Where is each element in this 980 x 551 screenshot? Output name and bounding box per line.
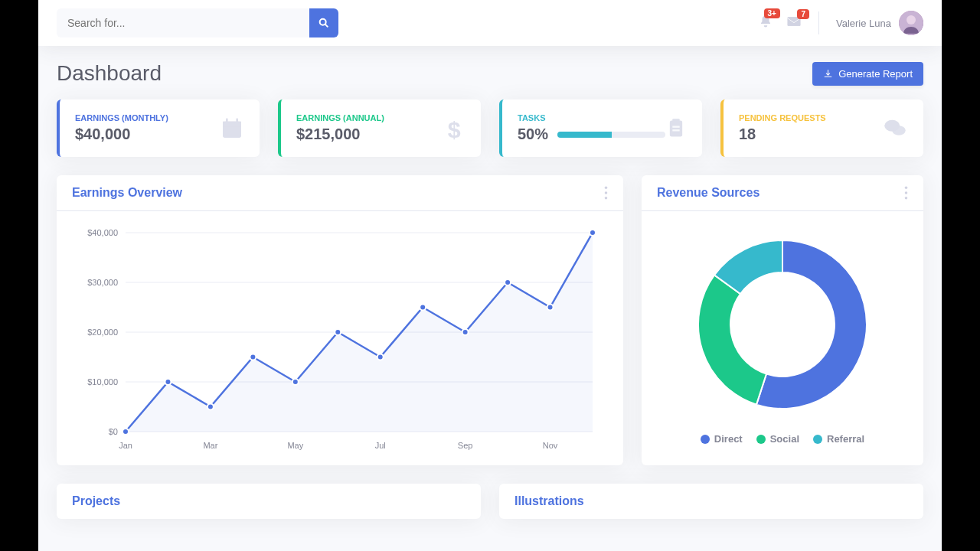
svg-point-48 [905,191,908,194]
revenue-sources-panel: Revenue Sources Direct Social Referral [642,175,923,465]
user-menu[interactable]: Valerie Luna [836,11,923,35]
svg-point-40 [590,230,596,236]
earnings-panel-menu[interactable] [604,186,608,200]
topbar: 3+ 7 Valerie Luna [38,0,942,46]
svg-rect-11 [672,119,679,122]
svg-point-36 [420,305,426,311]
svg-text:Jan: Jan [119,441,132,450]
svg-point-15 [892,126,906,135]
stat-label: Tasks [518,113,665,122]
generate-report-label: Generate Report [838,68,913,80]
generate-report-button[interactable]: Generate Report [812,62,923,86]
revenue-legend: Direct Social Referral [657,433,908,445]
revenue-donut-chart [683,225,882,424]
topbar-divider [818,11,819,34]
stat-label: Earnings (Monthly) [75,113,168,122]
left-black-bar [0,0,38,551]
right-black-bar [942,0,980,551]
legend-item-direct: Direct [701,433,743,445]
dots-vertical-icon [604,186,608,200]
username-label: Valerie Luna [836,18,891,29]
stat-card-monthly: Earnings (Monthly) $40,000 [57,99,260,157]
svg-text:$10,000: $10,000 [87,377,118,386]
svg-rect-7 [226,118,228,122]
svg-point-49 [905,197,908,200]
dollar-icon: $ [444,116,466,141]
svg-rect-6 [223,121,241,126]
search-input[interactable] [57,8,309,37]
search-group [57,8,338,37]
tasks-progress [557,132,665,138]
dots-vertical-icon [904,186,908,200]
earnings-panel-title: Earnings Overview [72,186,182,200]
svg-point-47 [905,186,908,189]
svg-point-29 [122,429,129,435]
calendar-icon [220,116,244,141]
messages-badge: 7 [797,9,809,19]
svg-text:Nov: Nov [543,441,558,450]
svg-point-31 [207,404,214,410]
revenue-panel-title: Revenue Sources [657,186,760,200]
alerts-badge: 3+ [764,8,780,18]
page-title: Dashboard [57,61,162,86]
svg-text:$30,000: $30,000 [87,278,118,287]
svg-line-1 [325,24,328,28]
svg-point-34 [335,329,341,335]
svg-point-35 [377,354,384,360]
tasks-progress-fill [557,132,611,138]
svg-rect-8 [236,118,238,122]
search-button[interactable] [309,8,338,37]
comments-icon [882,117,908,140]
stat-value: $40,000 [75,126,168,143]
illustrations-panel: Illustrations [499,484,923,519]
projects-panel: Projects [57,484,481,519]
projects-panel-title: Projects [72,494,120,508]
svg-rect-10 [670,120,682,136]
svg-point-4 [906,15,916,24]
legend-item-social: Social [756,433,799,445]
clipboard-icon [665,116,687,141]
svg-text:Sep: Sep [458,441,473,450]
svg-point-16 [605,186,608,189]
svg-point-32 [250,354,256,360]
search-icon [318,17,330,29]
svg-text:$40,000: $40,000 [87,228,118,237]
svg-text:$0: $0 [109,427,118,436]
svg-text:Jul: Jul [375,441,386,450]
svg-text:$20,000: $20,000 [87,328,118,337]
svg-point-17 [605,191,608,194]
download-icon [823,69,833,79]
svg-point-39 [547,305,554,311]
svg-rect-13 [672,129,679,131]
svg-point-0 [320,19,326,25]
svg-point-30 [165,379,171,385]
svg-text:May: May [287,441,303,450]
stat-value: 18 [739,126,826,143]
alerts-button[interactable]: 3+ [759,15,773,32]
illustrations-panel-title: Illustrations [514,494,584,508]
svg-text:$: $ [448,116,461,140]
avatar [899,11,923,35]
svg-text:Mar: Mar [203,441,217,450]
svg-point-38 [505,279,511,285]
svg-rect-12 [672,126,679,127]
earnings-line-chart: $0$10,000$20,000$30,000$40,000JanMarMayJ… [72,225,608,455]
stat-label: Pending Requests [739,113,826,122]
stat-label: Earnings (Annual) [296,113,384,122]
legend-item-referral: Referral [813,433,864,445]
stat-value: 50% [518,126,548,143]
messages-button[interactable]: 7 [786,15,802,31]
stat-card-pending: Pending Requests 18 [720,99,923,157]
stat-value: $215,000 [296,126,384,143]
stat-card-tasks: Tasks 50% [499,99,702,157]
revenue-panel-menu[interactable] [904,186,908,200]
svg-point-18 [605,197,608,200]
earnings-overview-panel: Earnings Overview $0$10,000$20,000$30,00… [57,175,623,465]
stat-card-annual: Earnings (Annual) $215,000 $ [278,99,481,157]
svg-point-37 [462,329,469,335]
svg-point-33 [292,379,299,385]
